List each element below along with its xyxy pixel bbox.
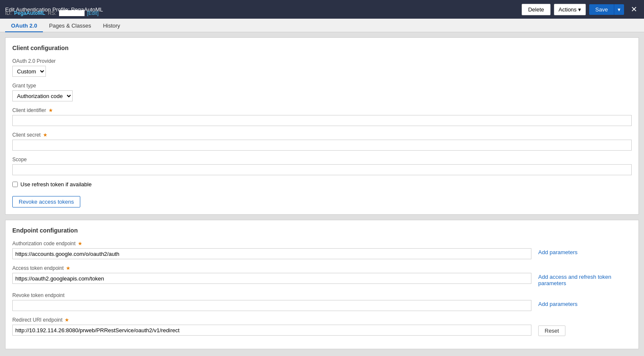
grant-type-label: Grant type: [12, 83, 632, 89]
revoke-token-endpoint-input[interactable]: [12, 300, 531, 311]
refresh-token-checkbox[interactable]: [12, 182, 18, 187]
save-button[interactable]: Save: [589, 4, 614, 15]
client-id-input[interactable]: [12, 115, 632, 126]
save-dropdown-button[interactable]: ▾: [614, 4, 624, 15]
delete-button[interactable]: Delete: [522, 4, 551, 15]
revoke-button-wrapper: Revoke access tokens: [12, 192, 632, 207]
tab-history[interactable]: History: [97, 20, 126, 32]
scope-field-group: Scope: [12, 157, 632, 175]
auth-code-required: ★: [76, 241, 82, 247]
refresh-token-row: Use refresh token if available: [12, 181, 632, 188]
access-token-endpoint-field: Access token endpoint ★: [12, 265, 531, 284]
auth-code-endpoint-row: Authorization code endpoint ★ Add parame…: [12, 241, 632, 259]
access-token-add-params-link[interactable]: Add access and refresh token parameters: [538, 274, 611, 286]
revoke-token-endpoint-row: Revoke token endpoint Add parameters: [12, 292, 632, 311]
chevron-down-icon-save: ▾: [618, 6, 621, 13]
reset-button[interactable]: Reset: [538, 325, 565, 336]
client-secret-label: Client secret ★: [12, 132, 632, 138]
revoke-token-endpoint-label: Revoke token endpoint: [12, 292, 531, 298]
redirect-uri-endpoint-row: Redirect URI endpoint ★ Reset: [12, 317, 632, 336]
client-config-title: Client configuration: [12, 45, 632, 51]
redirect-uri-required: ★: [63, 317, 69, 323]
actions-button[interactable]: Actions ▾: [554, 4, 586, 15]
redirect-uri-endpoint-field: Redirect URI endpoint ★: [12, 317, 531, 336]
header-actions: Delete Actions ▾ Save ▾ ✕: [522, 4, 639, 15]
rs-value: [59, 10, 85, 16]
save-group: Save ▾: [589, 4, 624, 15]
auth-code-endpoint-field: Authorization code endpoint ★: [12, 241, 531, 259]
client-id-field-group: Client identifier ★: [12, 107, 632, 126]
provider-label: OAuth 2.0 Provider: [12, 58, 632, 64]
endpoint-config-section: Endpoint configuration Authorization cod…: [5, 220, 639, 349]
header-title-block: Edit Authentication Profile: PegaAutoML …: [5, 0, 103, 19]
header: Edit Authentication Profile: PegaAutoML …: [0, 0, 644, 19]
revoke-token-add-params-link[interactable]: Add parameters: [538, 301, 578, 307]
tab-pages-classes[interactable]: Pages & Classes: [43, 20, 97, 32]
tab-oauth2[interactable]: OAuth 2.0: [5, 20, 43, 32]
provider-select[interactable]: Custom Google Azure Okta: [12, 66, 46, 77]
client-secret-field-group: Client secret ★: [12, 132, 632, 151]
id-value: PegaAutoML: [14, 10, 45, 16]
access-token-add-params-action: Add access and refresh token parameters: [538, 265, 632, 286]
header-meta: ID: PegaAutoML RS: [Edit]: [5, 10, 99, 16]
tabs-bar: OAuth 2.0 Pages & Classes History: [0, 19, 644, 32]
close-button[interactable]: ✕: [629, 5, 639, 14]
revoke-access-tokens-button[interactable]: Revoke access tokens: [12, 196, 80, 207]
scope-input[interactable]: [12, 164, 632, 175]
client-id-label: Client identifier ★: [12, 107, 632, 113]
grant-type-select[interactable]: Authorization code Client credentials JW…: [12, 90, 73, 101]
redirect-uri-endpoint-label: Redirect URI endpoint ★: [12, 317, 531, 323]
content-area: Client configuration OAuth 2.0 Provider …: [0, 32, 644, 356]
access-token-endpoint-row: Access token endpoint ★ Add access and r…: [12, 265, 632, 286]
revoke-token-endpoint-field: Revoke token endpoint: [12, 292, 531, 311]
auth-code-add-params-action: Add parameters: [538, 241, 632, 255]
rs-label: RS:: [48, 10, 56, 16]
access-token-endpoint-input[interactable]: [12, 273, 531, 284]
access-token-endpoint-label: Access token endpoint ★: [12, 265, 531, 271]
endpoint-config-title: Endpoint configuration: [12, 227, 632, 234]
client-config-section: Client configuration OAuth 2.0 Provider …: [5, 37, 639, 215]
access-token-required: ★: [65, 265, 71, 271]
client-secret-input[interactable]: [12, 140, 632, 151]
revoke-token-add-params-action: Add parameters: [538, 292, 632, 307]
scope-label: Scope: [12, 157, 632, 163]
client-id-required: ★: [47, 107, 53, 113]
auth-code-endpoint-label: Authorization code endpoint ★: [12, 241, 531, 247]
edit-link[interactable]: [Edit]: [87, 10, 99, 16]
redirect-uri-reset-action: Reset: [538, 317, 632, 336]
refresh-token-label: Use refresh token if available: [20, 181, 92, 188]
client-secret-required: ★: [42, 132, 48, 138]
provider-field-group: OAuth 2.0 Provider Custom Google Azure O…: [12, 58, 632, 77]
id-label: ID:: [5, 10, 11, 16]
auth-code-add-params-link[interactable]: Add parameters: [538, 249, 578, 255]
chevron-down-icon: ▾: [578, 6, 581, 13]
grant-type-field-group: Grant type Authorization code Client cre…: [12, 83, 632, 101]
redirect-uri-endpoint-input[interactable]: [12, 325, 531, 336]
auth-code-endpoint-input[interactable]: [12, 248, 531, 259]
actions-label: Actions: [559, 6, 577, 13]
